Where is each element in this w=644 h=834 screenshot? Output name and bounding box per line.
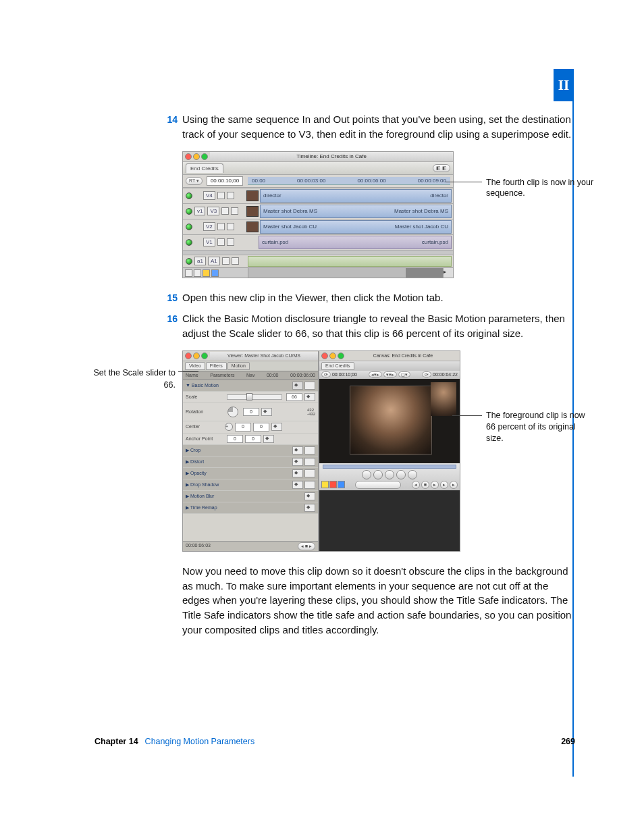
- callout-leader: [178, 371, 198, 372]
- canvas-title: Canvas: End Credits in Cafe: [346, 353, 460, 359]
- basic-motion-disclosure[interactable]: ▼ Basic Motion: [183, 380, 318, 392]
- step-text: Click the Basic Motion disclosure triang…: [182, 313, 565, 339]
- part-tab: II: [554, 69, 574, 101]
- callout-fourth-clip: The fourth clip is now in your sequence.: [486, 177, 594, 200]
- step-15: 15 Open this new clip in the Viewer, the…: [161, 290, 575, 305]
- callout-foreground-clip: The foreground clip is now 66 percent of…: [486, 410, 587, 444]
- step-number: 16: [161, 312, 178, 325]
- timecode-field[interactable]: 00:00:10;00: [207, 176, 243, 186]
- viewer-title: Viewer: Master Shot Jacob CU/MS: [210, 352, 318, 360]
- scale-value[interactable]: 66: [286, 393, 302, 401]
- toolbar-pill[interactable]: ◧ ◧: [433, 164, 450, 172]
- viewer-tab-motion[interactable]: Motion: [227, 362, 250, 370]
- canvas-viewport[interactable]: [319, 379, 460, 463]
- viewer-motion-screenshot: Viewer: Master Shot Jacob CU/MS Video Fi…: [182, 350, 319, 552]
- motion-blur-section[interactable]: ▶ Motion Blur: [183, 491, 318, 502]
- window-traffic-lights: [183, 152, 210, 161]
- ruler-tick: 00:00:06:00: [357, 177, 385, 185]
- center-row[interactable]: Center + 00: [183, 421, 318, 433]
- callout-scale-slider: Set the Scale slider to 66.: [81, 367, 176, 391]
- chapter-label: Chapter 14: [95, 737, 138, 746]
- ruler-tick: 00:00: [252, 177, 265, 185]
- drop-shadow-section[interactable]: ▶ Drop Shadow: [183, 479, 318, 491]
- distort-section[interactable]: ▶ Distort: [183, 457, 318, 468]
- crop-section[interactable]: ▶ Crop: [183, 445, 318, 457]
- timeline-title: Timeline: End Credits in Cafe: [210, 152, 453, 161]
- step-16: 16 Click the Basic Motion disclosure tri…: [161, 311, 575, 637]
- canvas-tab[interactable]: End Credits: [321, 362, 354, 370]
- page-footer: Chapter 14Changing Motion Parameters 269: [95, 737, 575, 746]
- time-remap-section[interactable]: ▶ Time Remap: [183, 502, 318, 514]
- page-number: 269: [561, 737, 575, 746]
- transport-controls[interactable]: [321, 470, 458, 479]
- sequence-tab[interactable]: End Credits: [186, 163, 223, 174]
- body-paragraph: Now you need to move this clip down so i…: [182, 564, 575, 637]
- viewer-tab-video[interactable]: Video: [185, 362, 205, 370]
- callout-leader: [446, 182, 482, 182]
- keyframe-button[interactable]: [304, 393, 315, 401]
- step-text: Open this new clip in the Viewer, then c…: [182, 292, 444, 303]
- chapter-title: Changing Motion Parameters: [145, 737, 255, 746]
- audio-track-a1[interactable]: a1A1: [183, 255, 453, 267]
- opacity-section[interactable]: ▶ Opacity: [183, 468, 318, 479]
- step-text: Using the same sequence In and Out point…: [182, 113, 571, 140]
- scale-row[interactable]: Scale 66: [183, 392, 318, 403]
- scale-slider[interactable]: [227, 394, 282, 400]
- ruler-tick: 00:00:03:00: [297, 177, 325, 185]
- callout-leader: [452, 415, 482, 416]
- video-track-v2[interactable]: V2 Master shot Jacob CUMaster shot Jacob…: [183, 219, 453, 234]
- step-14: 14 Using the same sequence In and Out po…: [161, 112, 575, 278]
- step-number: 15: [161, 291, 178, 305]
- rotation-row[interactable]: Rotation 0 432-432: [183, 403, 318, 421]
- video-track-v1[interactable]: V1 curtain.psdcurtain.psd: [183, 234, 453, 250]
- step-number: 14: [161, 113, 178, 126]
- ruler-tick: 00:00:09:00: [418, 177, 446, 185]
- rt-button[interactable]: RT ▾: [186, 177, 203, 185]
- viewer-tab-filters[interactable]: Filters: [206, 362, 227, 370]
- timeline-screenshot: Timeline: End Credits in Cafe End Credit…: [182, 151, 454, 278]
- anchor-row[interactable]: Anchor Point 00: [183, 434, 318, 445]
- canvas-screenshot: Canvas: End Credits in Cafe End Credits …: [319, 350, 460, 552]
- video-track-v4[interactable]: V4 directordirector: [183, 188, 453, 203]
- video-track-v3[interactable]: v1V3 Master shot Debra MSMaster shot Deb…: [183, 203, 453, 219]
